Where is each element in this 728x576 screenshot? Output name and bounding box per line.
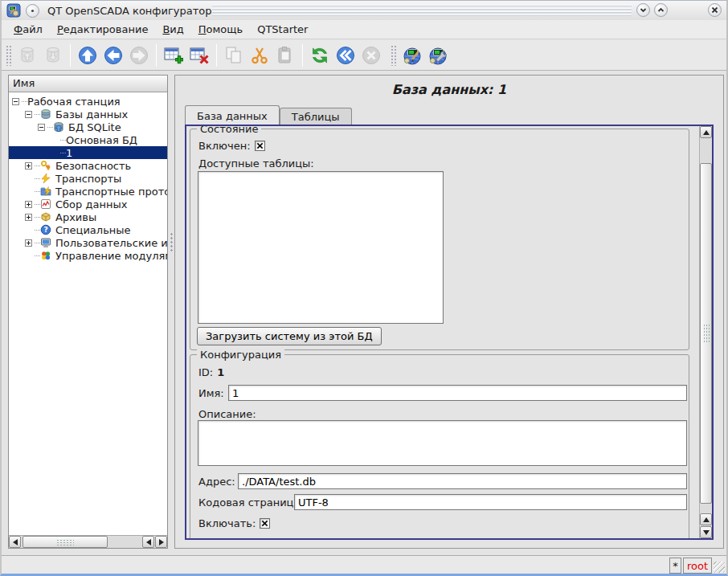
check-x-icon: [256, 142, 264, 149]
delete-item-button[interactable]: [186, 43, 212, 68]
close-button[interactable]: [708, 3, 722, 17]
tree-item-user-interfaces[interactable]: Пользовательские интерфейсы: [9, 236, 167, 249]
scroll-up-button[interactable]: [700, 513, 712, 525]
scroll-left-button[interactable]: [142, 536, 154, 548]
check-x-icon: [261, 520, 268, 527]
tab-tables[interactable]: Таблицы: [280, 108, 352, 125]
workarea: Имя Рабочая станция Базы данных: [2, 71, 726, 554]
state-group-title: Состояние: [197, 126, 261, 135]
tree-item-transports[interactable]: Транспорты: [9, 172, 167, 185]
close-icon: [710, 6, 719, 14]
qtcfg-button[interactable]: [399, 43, 425, 68]
menu-view[interactable]: Вид: [155, 22, 190, 37]
tree-item-data-acquisition[interactable]: Сбор данных: [9, 198, 167, 210]
toolbar-handle[interactable]: [391, 45, 397, 66]
menu-file[interactable]: Файл: [6, 22, 50, 37]
name-label: Имя:: [198, 387, 224, 399]
tree-item-security[interactable]: Безопасность: [9, 159, 167, 172]
svg-text:?: ?: [43, 226, 47, 234]
resize-grip[interactable]: [714, 562, 725, 573]
scroll-down-button[interactable]: [700, 526, 712, 538]
tree-item-transport-protocols[interactable]: Транспортные протоколы: [9, 185, 167, 198]
copy-icon: [223, 45, 244, 66]
window-title: QT OpenSCADA конфигуратор: [44, 5, 211, 17]
expand-icon[interactable]: [25, 162, 32, 170]
vision-icon: [427, 45, 448, 66]
toolbar-separator: [156, 44, 157, 67]
main-panel: База данных: 1 База данных Таблицы Состо…: [174, 75, 724, 549]
minimize-button[interactable]: [636, 3, 650, 17]
tree-item-module-management[interactable]: Управление модулями: [9, 249, 167, 262]
enable-checkbox[interactable]: [260, 518, 270, 529]
scroll-viewport: Состояние Включен: Доступные таблицы: За…: [186, 126, 699, 538]
scroll-left-button[interactable]: [9, 536, 21, 548]
description-label: Описание:: [198, 408, 256, 420]
tree-item-workstation[interactable]: Рабочая станция: [9, 95, 167, 108]
expand-icon[interactable]: [25, 201, 32, 208]
scrollbar-thumb[interactable]: [22, 536, 108, 548]
paste-button: [272, 43, 298, 68]
collapse-icon[interactable]: [38, 124, 45, 131]
tree-item-archives[interactable]: Архивы: [9, 210, 167, 223]
back-button[interactable]: [100, 43, 126, 68]
expand-icon[interactable]: [25, 239, 32, 247]
tree-item-db-sqlite[interactable]: БД SQLite: [9, 121, 167, 133]
app-icon: [6, 3, 21, 18]
menu-help[interactable]: Помощь: [191, 22, 250, 37]
sticky-button[interactable]: [26, 4, 39, 18]
archives-icon: [40, 211, 52, 223]
special-icon: ?: [40, 224, 52, 235]
transport-protocol-icon: [40, 186, 52, 197]
tables-listbox[interactable]: [198, 171, 444, 324]
up-level-button[interactable]: [75, 43, 100, 68]
refresh-button[interactable]: [307, 43, 333, 68]
load-system-button[interactable]: Загрузить систему из этой БД: [197, 327, 382, 345]
scroll-right-button[interactable]: [155, 536, 167, 548]
toolbar-separator: [302, 44, 303, 67]
vision-button[interactable]: [425, 43, 451, 68]
cut-icon: [249, 45, 270, 66]
start-update-icon: [335, 45, 356, 66]
address-input[interactable]: [238, 473, 687, 489]
codepage-input[interactable]: [294, 494, 687, 510]
menu-edit[interactable]: Редактирование: [50, 22, 155, 37]
panel-splitter[interactable]: [168, 75, 174, 549]
collapse-icon[interactable]: [12, 98, 19, 105]
up-level-icon: [77, 45, 98, 66]
description-textarea[interactable]: [198, 420, 687, 466]
start-update-button[interactable]: [333, 43, 358, 68]
qtcfg-icon: [402, 45, 423, 66]
add-item-button[interactable]: [161, 43, 186, 68]
forward-button: [126, 43, 152, 68]
scroll-up-button[interactable]: [700, 126, 712, 138]
navigation-tree-panel: Имя Рабочая станция Базы данных: [8, 75, 168, 549]
tables-label: Доступные таблицы:: [198, 157, 314, 170]
database-module-icon: [53, 121, 65, 133]
scrollbar-thumb[interactable]: [700, 163, 712, 504]
add-item-icon: [163, 45, 184, 66]
tree-item-1-selected[interactable]: 1: [9, 146, 167, 159]
toolbar-handle[interactable]: [6, 45, 12, 66]
tree-rows: Рабочая станция Базы данных БД SQLite: [9, 93, 167, 535]
enabled-checkbox[interactable]: [255, 141, 265, 151]
address-label: Адрес:: [198, 476, 235, 488]
tree-item-special[interactable]: ? Специальные: [9, 223, 167, 236]
load-button: [14, 43, 40, 68]
name-input[interactable]: [228, 385, 687, 401]
maximize-button[interactable]: [654, 3, 668, 17]
current-user-badge: root: [683, 558, 712, 574]
tree-item-main-db[interactable]: Основная БД: [9, 133, 167, 146]
menubar: Файл Редактирование Вид Помощь QTStarter: [2, 20, 726, 39]
tab-database[interactable]: База данных: [185, 105, 280, 125]
security-icon: [40, 160, 52, 171]
collapse-icon[interactable]: [25, 111, 32, 118]
tree-item-databases[interactable]: Базы данных: [9, 108, 167, 121]
tree-horizontal-scrollbar: [9, 535, 167, 548]
tree-header: Имя: [9, 76, 167, 92]
enabled-label: Включен:: [198, 140, 251, 152]
menu-qtstarter[interactable]: QTStarter: [250, 22, 315, 37]
expand-icon[interactable]: [25, 214, 32, 221]
modules-icon: [40, 250, 52, 261]
save-icon: [43, 45, 63, 66]
cut-button[interactable]: [247, 43, 272, 68]
